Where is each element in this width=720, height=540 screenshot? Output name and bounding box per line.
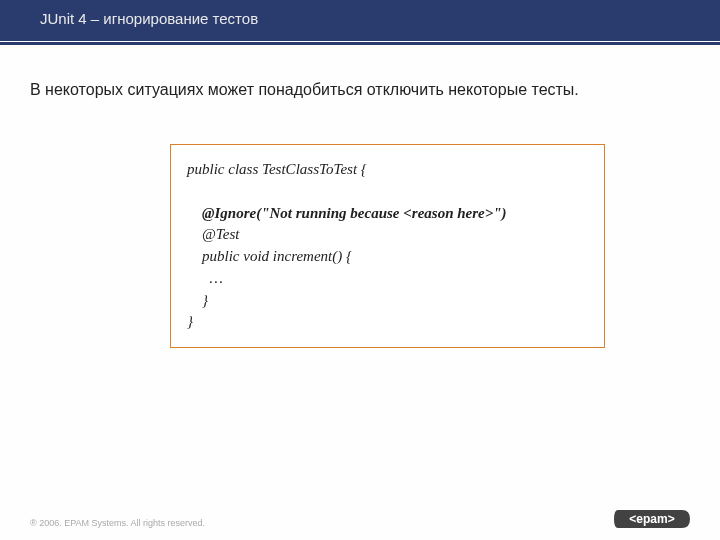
code-line: }: [187, 290, 588, 312]
code-line: public class TestClassToTest {: [187, 159, 588, 181]
code-line: …: [187, 268, 588, 290]
code-line: }: [187, 311, 588, 333]
slide-title: JUnit 4 – игнорирование тестов: [40, 10, 258, 27]
intro-text: В некоторых ситуациях может понадобиться…: [30, 81, 690, 99]
slide-content: В некоторых ситуациях может понадобиться…: [0, 41, 720, 348]
logo-text: <epam>: [629, 512, 674, 526]
code-line: public void increment() {: [187, 246, 588, 268]
code-example-box: public class TestClassToTest { @Ignore("…: [170, 144, 605, 348]
copyright-footer: ® 2006. EPAM Systems. All rights reserve…: [30, 518, 205, 528]
code-line: @Test: [187, 224, 588, 246]
code-line: [187, 181, 588, 203]
epam-logo: <epam>: [614, 508, 690, 530]
code-line: @Ignore("Not running because <reason her…: [187, 203, 588, 225]
slide-title-bar: JUnit 4 – игнорирование тестов: [0, 0, 720, 41]
